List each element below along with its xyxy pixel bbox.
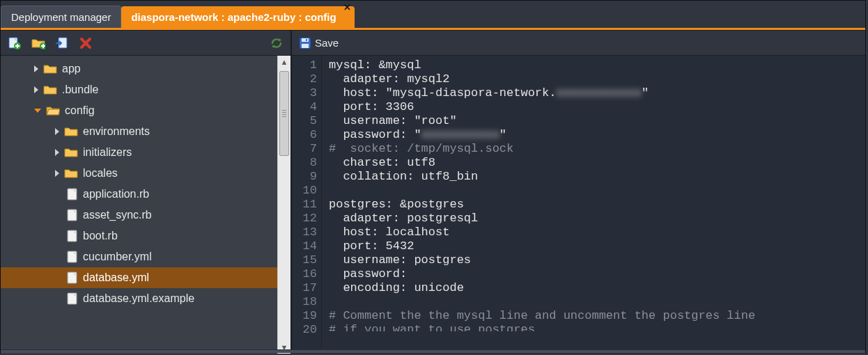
line-number-gutter: 1234567891011121314151617181920	[292, 56, 322, 354]
code-line[interactable]: password:	[329, 267, 865, 281]
folder-icon	[43, 63, 57, 74]
folder-icon	[64, 168, 78, 179]
tree-file[interactable]: database.yml	[1, 267, 277, 288]
tab-config-file[interactable]: diaspora-network : apache2-ruby : config…	[121, 6, 354, 28]
tree-file[interactable]: database.yml.example	[1, 288, 277, 309]
save-button[interactable]: Save	[299, 36, 339, 50]
folder-icon	[64, 147, 78, 158]
code-line[interactable]: mysql: &mysql	[329, 58, 865, 72]
file-icon	[67, 271, 78, 284]
code-line[interactable]: collation: utf8_bin	[329, 170, 865, 184]
code-line[interactable]: adapter: postgresql	[329, 212, 865, 226]
tree-scrollbar[interactable]: ▲ ▼	[277, 56, 290, 354]
expand-icon[interactable]	[55, 170, 59, 177]
code-line[interactable]: # Comment the the mysql line and uncomme…	[329, 309, 865, 323]
code-line[interactable]: adapter: mysql2	[329, 72, 865, 86]
tree-item-label: environments	[83, 125, 150, 138]
import-button[interactable]	[55, 36, 69, 50]
new-file-button[interactable]	[8, 36, 22, 50]
tree-folder[interactable]: app	[1, 58, 277, 79]
tree-item-label: database.yml	[83, 271, 149, 284]
folder-icon	[43, 84, 57, 95]
delete-button[interactable]	[79, 36, 93, 50]
tree-folder[interactable]: environments	[1, 121, 277, 142]
save-icon	[299, 37, 311, 49]
tree-item-label: application.rb	[83, 188, 149, 200]
redacted-text: xxxxxxxxxxxx	[556, 86, 641, 100]
svg-rect-25	[302, 44, 309, 48]
tab-label: diaspora-network : apache2-ruby : config	[131, 11, 336, 23]
tree-folder[interactable]: locales	[1, 163, 277, 184]
code-line[interactable]: # if you want to use postgres	[329, 323, 865, 331]
refresh-button[interactable]	[270, 36, 284, 50]
editor-pane: Save 1234567891011121314151617181920 mys…	[290, 31, 865, 354]
tree-item-label: boot.rb	[83, 230, 118, 242]
sidebar-toolbar	[1, 31, 290, 56]
code-line[interactable]: username: "root"	[329, 114, 865, 128]
code-line[interactable]: charset: utf8	[329, 156, 865, 170]
code-line[interactable]: encoding: unicode	[329, 281, 865, 295]
line-number: 18	[292, 295, 317, 309]
scroll-up-icon[interactable]: ▲	[278, 56, 290, 68]
svg-marker-10	[272, 45, 274, 48]
code-editor[interactable]: 1234567891011121314151617181920 mysql: &…	[292, 56, 865, 354]
tree-file[interactable]: boot.rb	[1, 226, 277, 246]
line-number: 3	[292, 86, 317, 100]
code-content[interactable]: mysql: &mysql adapter: mysql2 host: "mys…	[322, 56, 865, 354]
tree-folder[interactable]: config	[1, 100, 277, 121]
svg-rect-24	[302, 38, 309, 42]
expand-icon[interactable]	[34, 109, 41, 113]
code-line[interactable]: port: 5432	[329, 239, 865, 253]
expand-icon[interactable]	[34, 65, 38, 72]
line-number: 20	[292, 323, 317, 331]
tree-item-label: cucumber.yml	[83, 251, 152, 263]
tree-item-label: config	[65, 104, 95, 117]
tree-folder[interactable]: .bundle	[1, 79, 277, 100]
close-icon[interactable]: ✕	[343, 3, 352, 12]
line-number: 16	[292, 267, 317, 281]
code-line[interactable]: username: postgres	[329, 253, 865, 267]
code-line[interactable]	[329, 295, 865, 309]
file-icon	[67, 292, 78, 305]
tree-item-label: asset_sync.rb	[83, 209, 152, 221]
code-line[interactable]: postgres: &postgres	[329, 198, 865, 212]
code-line[interactable]: host: localhost	[329, 226, 865, 239]
folder-icon	[46, 105, 60, 116]
editor-toolbar: Save	[292, 31, 865, 56]
line-number: 8	[292, 156, 317, 170]
tree-file[interactable]: asset_sync.rb	[1, 205, 277, 226]
file-tree[interactable]: app.bundleconfigenvironmentsinitializers…	[1, 56, 277, 354]
tree-item-label: app	[62, 63, 81, 75]
line-number: 7	[292, 142, 317, 156]
tree-item-label: initializers	[83, 146, 132, 159]
tab-label: Deployment manager	[11, 11, 111, 23]
code-line[interactable]: host: "mysql-diaspora-network.xxxxxxxxxx…	[329, 86, 865, 100]
code-line[interactable]: password: "xxxxxxxxxxx"	[329, 128, 865, 142]
save-label: Save	[315, 37, 339, 49]
scroll-thumb[interactable]	[279, 71, 289, 156]
status-separator	[1, 349, 865, 353]
line-number: 13	[292, 226, 317, 239]
svg-rect-4	[15, 45, 20, 47]
folder-icon	[64, 126, 78, 137]
delete-icon	[79, 37, 92, 49]
line-number: 12	[292, 212, 317, 226]
expand-icon[interactable]	[55, 128, 59, 135]
line-number: 11	[292, 198, 317, 212]
code-line[interactable]: # socket: /tmp/mysql.sock	[329, 142, 865, 156]
tree-item-label: database.yml.example	[83, 292, 194, 305]
code-line[interactable]: port: 3306	[329, 100, 865, 114]
line-number: 14	[292, 239, 317, 253]
new-folder-button[interactable]	[31, 36, 45, 50]
tree-file[interactable]: cucumber.yml	[1, 246, 277, 267]
code-line[interactable]	[329, 184, 865, 198]
sidebar: app.bundleconfigenvironmentsinitializers…	[1, 31, 290, 354]
tab-deployment-manager[interactable]: Deployment manager	[1, 6, 121, 28]
tree-file[interactable]: application.rb	[1, 184, 277, 205]
expand-icon[interactable]	[34, 86, 38, 93]
tree-folder[interactable]: initializers	[1, 142, 277, 163]
expand-icon[interactable]	[55, 149, 59, 156]
file-icon	[67, 251, 78, 263]
line-number: 10	[292, 184, 317, 198]
line-number: 19	[292, 309, 317, 323]
